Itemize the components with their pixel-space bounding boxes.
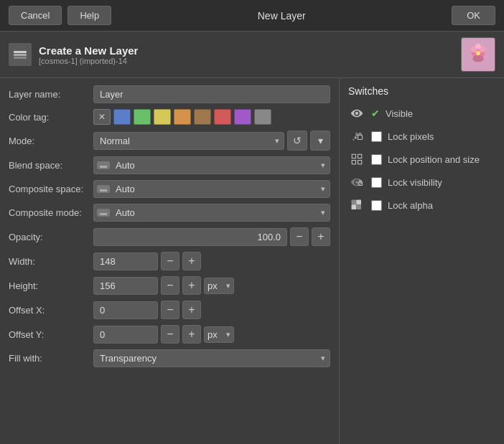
layer-name-input[interactable]	[93, 85, 330, 103]
composite-space-row: Composite space: ▬ Auto sRGB Linear ▾	[9, 180, 330, 198]
height-unit-select[interactable]: px cm mm	[205, 278, 226, 293]
height-row: Height: − + px cm mm ▾	[9, 276, 330, 295]
composite-mode-select[interactable]: Auto Source Over Destination Over	[113, 204, 317, 221]
blend-space-arrow-icon: ▾	[317, 161, 330, 170]
width-input[interactable]	[93, 252, 158, 270]
width-control: − +	[93, 252, 201, 270]
offset-y-label: Offset Y:	[9, 329, 88, 340]
offset-y-control: − + px cm mm ▾	[93, 325, 234, 344]
mode-label: Mode:	[9, 136, 88, 146]
blend-space-select-wrapper[interactable]: ▬ Auto sRGB Linear ▾	[93, 156, 330, 174]
height-label: Height:	[9, 280, 88, 291]
mode-arrow-icon: ▾	[271, 136, 284, 146]
lock-pixels-label[interactable]: Lock pixels	[388, 131, 434, 142]
height-input[interactable]	[93, 277, 158, 295]
fill-with-arrow-icon: ▾	[317, 354, 330, 363]
width-increase-button[interactable]: +	[182, 252, 201, 270]
fill-with-label: Fill with:	[9, 353, 88, 364]
offset-y-decrease-button[interactable]: −	[161, 325, 179, 344]
composite-mode-select-wrapper[interactable]: ▬ Auto Source Over Destination Over ▾	[93, 204, 330, 222]
height-unit-select-wrapper[interactable]: px cm mm ▾	[204, 278, 234, 294]
layer-icon	[9, 43, 32, 66]
brush-lock-icon	[350, 130, 363, 143]
lock-position-switch-row: Lock position and size	[348, 150, 495, 169]
color-swatch-orange[interactable]	[174, 109, 191, 125]
composite-space-icon: ▬	[97, 185, 110, 193]
offset-y-increase-button[interactable]: +	[182, 325, 201, 344]
fill-with-select[interactable]: Transparency Foreground Color Background…	[94, 350, 317, 367]
color-swatch-gray[interactable]	[254, 109, 271, 125]
right-panel: Switches ✔ Visible Lock pixels	[339, 78, 504, 444]
svg-rect-19	[356, 204, 361, 209]
offset-x-increase-button[interactable]: +	[182, 301, 201, 319]
svg-point-8	[472, 55, 483, 62]
mode-reset-button[interactable]: ↺	[287, 131, 307, 151]
color-swatch-red[interactable]	[214, 109, 231, 125]
width-row: Width: − +	[9, 252, 330, 270]
offset-x-control: − +	[93, 301, 201, 319]
eye-icon	[350, 107, 363, 120]
help-button[interactable]: Help	[67, 6, 111, 25]
opacity-label: Opacity:	[9, 232, 88, 242]
left-panel: Layer name: Color tag: ✕ Mode:	[0, 78, 339, 444]
opacity-input[interactable]	[93, 228, 287, 246]
svg-rect-2	[14, 57, 27, 59]
composite-mode-icon: ▬	[97, 209, 110, 217]
titlebar-title: New Layer	[258, 10, 306, 22]
position-lock-icon	[350, 153, 363, 166]
height-increase-button[interactable]: +	[182, 276, 201, 295]
lock-pixels-icon	[348, 129, 365, 143]
lock-position-checkbox[interactable]	[371, 154, 382, 165]
height-decrease-button[interactable]: −	[161, 276, 179, 295]
offset-y-unit-select-wrapper[interactable]: px cm mm ▾	[204, 326, 234, 343]
svg-rect-18	[352, 204, 357, 209]
color-swatch-purple[interactable]	[234, 109, 251, 125]
color-swatch-brown[interactable]	[194, 109, 211, 125]
lock-alpha-label[interactable]: Lock alpha	[388, 200, 433, 211]
lock-visibility-icon	[348, 175, 365, 189]
fill-with-row: Fill with: Transparency Foreground Color…	[9, 349, 330, 367]
fill-with-select-wrapper[interactable]: Transparency Foreground Color Background…	[93, 349, 330, 367]
dialog-title: Create a New Layer	[39, 44, 138, 57]
svg-rect-16	[352, 200, 357, 205]
composite-space-arrow-icon: ▾	[317, 184, 330, 194]
offset-y-unit-select[interactable]: px cm mm	[205, 327, 226, 342]
titlebar-left-buttons: Cancel Help	[9, 6, 111, 25]
color-swatch-green[interactable]	[134, 109, 151, 125]
color-tags: ✕	[93, 109, 271, 125]
blend-space-icon: ▬	[97, 161, 110, 169]
lock-visibility-checkbox[interactable]	[371, 177, 382, 188]
lock-pixels-checkbox[interactable]	[371, 131, 382, 142]
color-swatch-blue[interactable]	[113, 109, 131, 125]
composite-space-select[interactable]: Auto sRGB Linear	[113, 181, 317, 197]
color-swatch-yellow[interactable]	[154, 109, 171, 125]
visible-label[interactable]: Visible	[386, 108, 413, 119]
mode-select[interactable]: Normal Multiply Screen Overlay Dissolve	[94, 133, 271, 149]
height-unit-arrow-icon: ▾	[226, 281, 233, 291]
color-tag-x-button[interactable]: ✕	[93, 109, 111, 125]
composite-space-select-wrapper[interactable]: ▬ Auto sRGB Linear ▾	[93, 180, 330, 198]
svg-point-7	[475, 44, 481, 49]
mode-select-wrapper[interactable]: Normal Multiply Screen Overlay Dissolve …	[93, 132, 284, 150]
cancel-button[interactable]: Cancel	[9, 6, 62, 25]
offset-x-input[interactable]	[93, 301, 158, 319]
blend-space-label: Blend space:	[9, 160, 88, 171]
lock-visibility-label[interactable]: Lock visibility	[388, 177, 442, 188]
lock-position-label[interactable]: Lock position and size	[388, 154, 480, 165]
blend-space-select[interactable]: Auto sRGB Linear	[113, 157, 317, 174]
dialog-thumbnail	[461, 37, 495, 72]
width-decrease-button[interactable]: −	[161, 252, 179, 270]
blend-space-row: Blend space: ▬ Auto sRGB Linear ▾	[9, 156, 330, 174]
lock-alpha-checkbox[interactable]	[371, 200, 382, 211]
composite-mode-arrow-icon: ▾	[317, 208, 330, 217]
offset-x-decrease-button[interactable]: −	[161, 301, 179, 319]
svg-point-9	[476, 51, 480, 55]
opacity-decrease-button[interactable]: −	[290, 227, 309, 246]
opacity-increase-button[interactable]: +	[312, 227, 330, 246]
mode-extra-button[interactable]: ▾	[310, 131, 330, 151]
ok-button[interactable]: OK	[452, 6, 495, 25]
alpha-lock-icon	[350, 199, 363, 212]
offset-y-input[interactable]	[93, 326, 158, 344]
lock-position-icon	[348, 152, 365, 166]
visible-icon	[348, 106, 365, 121]
